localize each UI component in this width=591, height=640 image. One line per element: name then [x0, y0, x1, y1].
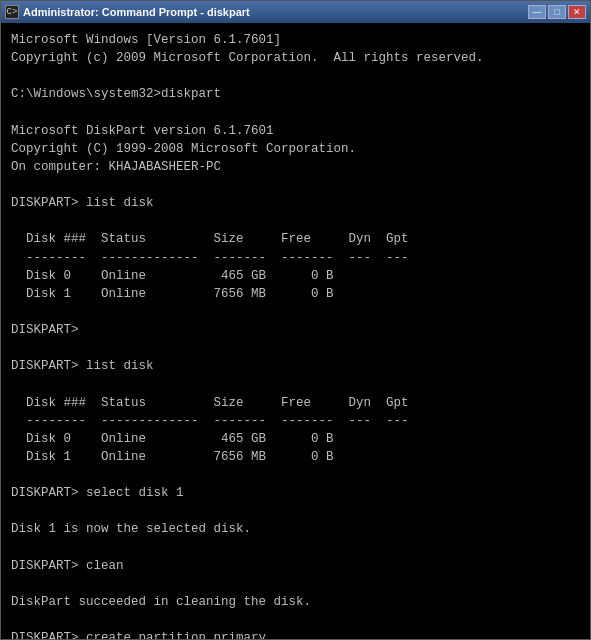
- window-title: Administrator: Command Prompt - diskpart: [23, 6, 250, 18]
- minimize-button[interactable]: —: [528, 5, 546, 19]
- terminal-output: Microsoft Windows [Version 6.1.7601] Cop…: [11, 31, 580, 639]
- maximize-button[interactable]: □: [548, 5, 566, 19]
- title-bar-left: C> Administrator: Command Prompt - diskp…: [5, 5, 250, 19]
- window-controls: — □ ✕: [528, 5, 586, 19]
- cmd-icon: C>: [5, 5, 19, 19]
- title-bar: C> Administrator: Command Prompt - diskp…: [1, 1, 590, 23]
- terminal-content[interactable]: Microsoft Windows [Version 6.1.7601] Cop…: [1, 23, 590, 639]
- cmd-window: C> Administrator: Command Prompt - diskp…: [0, 0, 591, 640]
- close-button[interactable]: ✕: [568, 5, 586, 19]
